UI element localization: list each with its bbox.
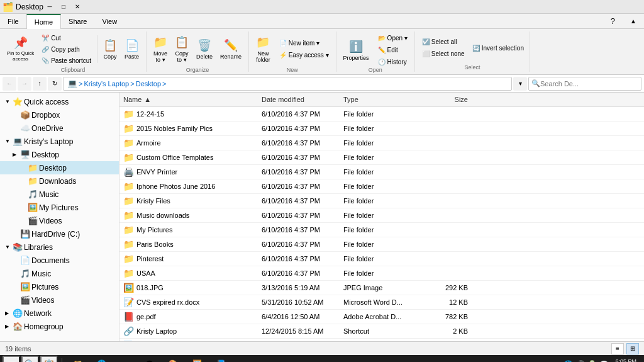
file-name-cell: 📁 12-24-15 — [119, 107, 258, 121]
col-header-size[interactable]: Size — [421, 94, 472, 105]
pin-label: Pin to Quickaccess — [7, 51, 34, 62]
ribbon-content: 📌 Pin to Quickaccess ✂️ Cut 🔗 Copy path — [0, 29, 644, 74]
taskbar-app-word[interactable]: 📘 — [209, 356, 232, 362]
col-header-date[interactable]: Date modified — [258, 94, 340, 105]
table-row[interactable]: 📁 Music downloads 6/10/2016 4:37 PM File… — [119, 208, 644, 223]
sidebar-item-music-lib[interactable]: 🎵 Music — [0, 267, 119, 280]
sidebar-item-harddrive[interactable]: 💾 HardDrive (C:) — [0, 227, 119, 240]
search-button[interactable]: 🔍 — [21, 356, 39, 362]
table-row[interactable]: 📁 Paris Books 6/10/2016 4:37 PM File fol… — [119, 237, 644, 252]
paste-shortcut-button[interactable]: 📎 Paste shortcut — [38, 55, 94, 66]
table-row[interactable]: 🔗 Kristy Laptop 12/24/2015 8:15 AM Short… — [119, 324, 644, 339]
sidebar-item-quick-access[interactable]: ▼ ⭐ Quick access — [0, 95, 119, 108]
tab-share[interactable]: Share — [61, 14, 94, 28]
sidebar-item-desktop-parent[interactable]: ▶ 🖥️ Desktop — [0, 148, 119, 161]
sidebar-item-documents[interactable]: 📄 Documents — [0, 254, 119, 267]
details-view-button[interactable]: ≡ — [611, 343, 624, 354]
paste-button[interactable]: 📄 Paste — [121, 33, 142, 65]
move-to-button[interactable]: 📁 Moveto ▾ — [150, 33, 170, 65]
copy-path-button[interactable]: 🔗 Copy path — [38, 44, 94, 55]
table-row[interactable]: 📁 Kristy Files 6/10/2016 4:37 PM File fo… — [119, 194, 644, 208]
new-folder-button[interactable]: 📁 Newfolder — [253, 33, 274, 65]
col-header-name[interactable]: Name ▲ — [119, 94, 258, 105]
cut-button[interactable]: ✂️ Cut — [38, 33, 94, 43]
minimize-button[interactable]: ─ — [43, 2, 56, 12]
invert-selection-button[interactable]: 🔄 Invert selection — [469, 43, 527, 54]
refresh-button[interactable]: ↻ — [48, 77, 62, 91]
properties-button[interactable]: ℹ️ Properties — [340, 34, 372, 67]
sidebar-item-my-pictures[interactable]: 🖼️ My Pictures — [0, 201, 119, 214]
sidebar-item-videos-lib[interactable]: 🎬 Videos — [0, 293, 119, 307]
col-header-type[interactable]: Type — [340, 94, 421, 105]
table-row[interactable]: 📝 Nobles Pantry.docx 3/24/2016 1:31 AM M… — [119, 339, 644, 341]
task-view-button[interactable]: 📋 — [40, 356, 58, 362]
table-row[interactable]: 📕 ge.pdf 6/4/2016 12:50 AM Adobe Acrobat… — [119, 310, 644, 324]
file-size-cell — [421, 141, 472, 145]
table-row[interactable]: 📁 Pinterest 6/10/2016 4:37 PM File folde… — [119, 252, 644, 266]
taskbar-app-photos[interactable]: 🖼️ — [186, 356, 208, 362]
taskbar-app-ie[interactable]: e — [114, 356, 136, 362]
table-row[interactable]: 🖨️ ENVY Printer 6/10/2016 4:37 PM File f… — [119, 165, 644, 179]
sidebar-item-network[interactable]: ▶ 🌐 Network — [0, 307, 119, 320]
recent-locations-button[interactable]: ▾ — [513, 77, 527, 91]
sidebar-item-dropbox[interactable]: 📦 Dropbox — [0, 108, 119, 122]
file-size-cell — [421, 112, 472, 116]
table-row[interactable]: 📁 12-24-15 6/10/2016 4:37 PM File folder — [119, 107, 644, 122]
close-button[interactable]: ✕ — [71, 2, 84, 12]
open-button[interactable]: 📂 Open ▾ — [375, 33, 411, 43]
table-row[interactable]: 🖼️ 018.JPG 3/13/2016 5:19 AM JPEG Image … — [119, 281, 644, 295]
table-row[interactable]: 📁 2015 Nobles Family Pics 6/10/2016 4:37… — [119, 122, 644, 136]
table-row[interactable]: 📁 USAA 6/10/2016 4:37 PM File folder — [119, 266, 644, 281]
rename-button[interactable]: ✏️ Rename — [217, 33, 245, 65]
taskbar-app-paint[interactable]: 🎨 — [162, 356, 184, 362]
table-row[interactable]: 📁 Iphone Photos June 2016 6/10/2016 4:37… — [119, 179, 644, 194]
sidebar-item-music[interactable]: 🎵 Music — [0, 188, 119, 201]
sidebar-item-videos[interactable]: 🎬 Videos — [0, 214, 119, 227]
search-input[interactable] — [540, 80, 638, 88]
copy-to-button[interactable]: 📋 Copyto ▾ — [172, 33, 192, 65]
forward-button[interactable]: → — [18, 77, 31, 91]
file-date-cell: 6/4/2016 12:50 AM — [258, 311, 340, 322]
table-row[interactable]: 📁 My Pictures 6/10/2016 4:37 PM File fol… — [119, 223, 644, 237]
select-none-button[interactable]: ⬜ Select none — [419, 48, 468, 59]
easy-access-button[interactable]: ⚡ Easy access ▾ — [276, 50, 332, 60]
address-path[interactable]: 💻 > Kristy's Laptop > Desktop > — [63, 77, 512, 91]
address-kristys-laptop[interactable]: Kristy's Laptop — [84, 80, 129, 88]
address-desktop[interactable]: Desktop — [136, 80, 161, 88]
up-button[interactable]: ↑ — [33, 77, 47, 91]
sidebar-item-kristys-laptop[interactable]: ▼ 💻 Kristy's Laptop — [0, 135, 119, 148]
table-row[interactable]: 📁 Custom Office Templates 6/10/2016 4:37… — [119, 150, 644, 165]
large-icons-view-button[interactable]: ⊞ — [626, 343, 639, 354]
file-size-cell: 782 KB — [421, 311, 472, 322]
tab-file[interactable]: File — [0, 14, 26, 28]
table-row[interactable]: 📝 CVS expired rx.docx 5/31/2016 10:52 AM… — [119, 295, 644, 310]
sidebar-item-desktop-selected[interactable]: 📁 Desktop — [0, 161, 119, 174]
history-icon: 🕐 — [378, 59, 386, 65]
back-button[interactable]: ← — [3, 77, 16, 91]
edit-button[interactable]: ✏️ Edit — [375, 45, 411, 55]
new-item-button[interactable]: 📄 New item ▾ — [276, 38, 332, 48]
sidebar-item-homegroup[interactable]: ▶ 🏠 Homegroup — [0, 320, 119, 333]
sidebar-item-pictures[interactable]: 🖼️ Pictures — [0, 280, 119, 293]
select-all-button[interactable]: ☑️ Select all — [419, 37, 460, 47]
maximize-button[interactable]: □ — [57, 2, 70, 12]
sidebar-item-downloads[interactable]: 📁 Downloads — [0, 174, 119, 188]
taskbar-app-chrome[interactable]: ⬤ — [138, 356, 160, 362]
taskbar-app-explorer[interactable]: 📁 — [66, 356, 89, 362]
table-row[interactable]: 📁 Armoire 6/10/2016 4:37 PM File folder — [119, 136, 644, 150]
taskbar-time[interactable]: 6:05 PM 6/10/2016 — [611, 358, 636, 362]
pin-to-quick-access-button[interactable]: 📌 Pin to Quickaccess — [4, 33, 37, 65]
sidebar-label-my-pictures: My Pictures — [39, 203, 79, 212]
properties-icon: ℹ️ — [349, 40, 363, 54]
start-button[interactable]: ⊞ — [3, 356, 20, 362]
tab-view[interactable]: View — [94, 14, 125, 28]
ribbon-help-button[interactable]: ? — [603, 14, 623, 28]
sidebar-item-libraries[interactable]: ▼ 📚 Libraries — [0, 240, 119, 254]
tab-home[interactable]: Home — [26, 14, 61, 29]
sidebar-item-onedrive[interactable]: ☁️ OneDrive — [0, 122, 119, 135]
copy-button[interactable]: 📋 Copy — [100, 33, 120, 65]
delete-button[interactable]: 🗑️ Delete — [193, 33, 216, 65]
sidebar-label-onedrive: OneDrive — [31, 124, 64, 133]
ribbon-collapse-button[interactable]: ▲ — [623, 14, 644, 28]
taskbar-app-edge[interactable]: 🌐 — [90, 356, 113, 362]
